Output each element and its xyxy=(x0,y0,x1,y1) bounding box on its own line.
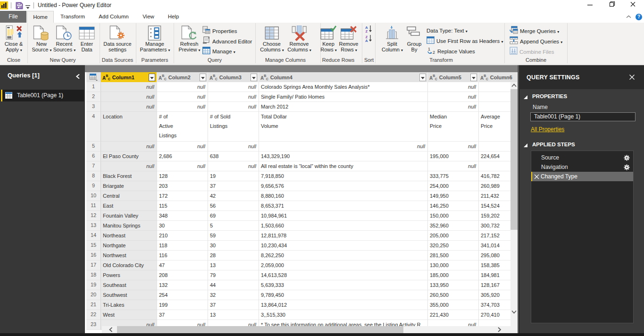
svg-text:A: A xyxy=(365,39,368,42)
svg-text:1: 1 xyxy=(428,47,430,51)
svg-text:2: 2 xyxy=(433,50,435,54)
svg-text:Z: Z xyxy=(366,29,368,33)
